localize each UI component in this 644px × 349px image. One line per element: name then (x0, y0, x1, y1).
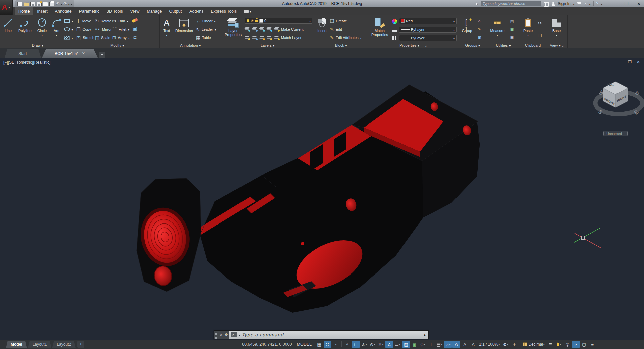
drawing-canvas[interactable]: [−][SE Isometric][Realistic] ─ ❐ ✕ (0, 58, 644, 340)
viewport-minimize-icon[interactable]: ─ (620, 60, 623, 64)
layout2-tab[interactable]: Layout2 (52, 341, 76, 348)
redo-icon[interactable]: ↷ (63, 2, 67, 6)
layer-freeze-icon[interactable] (260, 27, 265, 31)
tab-add-ins[interactable]: Add-ins (185, 7, 207, 15)
new-layout-button[interactable]: + (77, 341, 84, 348)
leader-dropdown-icon[interactable] (215, 27, 216, 31)
viewport-restore-icon[interactable]: ❐ (628, 60, 632, 64)
isolate-objects-button[interactable]: ◎ (564, 341, 571, 348)
text-dropdown-icon[interactable] (166, 33, 167, 37)
new-drawing-tab-button[interactable]: + (99, 52, 105, 58)
dynamic-ucs-toggle[interactable]: ⊥ (427, 341, 435, 348)
layer-properties-button[interactable]: Layer Properties (223, 16, 244, 42)
layer-lock-icon[interactable] (255, 20, 258, 22)
explode-icon[interactable]: ▣ (132, 26, 137, 31)
group-button[interactable]: ✦ Group (460, 16, 474, 42)
snap-toggle[interactable]: ∷ (324, 341, 331, 348)
command-close-icon[interactable]: ✕ (218, 331, 224, 339)
redo-dropdown-icon[interactable] (68, 1, 70, 7)
search-arrow-button[interactable]: ▸ (476, 2, 478, 6)
lock-ui-button[interactable]: ▾ (555, 341, 563, 348)
tab-home[interactable]: Home (15, 7, 33, 15)
undo-icon[interactable]: ↶ (56, 2, 59, 6)
file-tab-close-icon[interactable]: ✕ (82, 51, 85, 56)
dimension-button[interactable]: ✹ Dimension (174, 16, 195, 42)
edit-block-button[interactable]: ✎Edit (330, 26, 342, 33)
table-button[interactable]: ▦Table (196, 34, 211, 41)
linetype-icon[interactable] (392, 36, 397, 40)
tab-express-tools[interactable]: Express Tools (207, 7, 241, 15)
insert-block-button[interactable]: Insert (315, 16, 329, 42)
help-search-input[interactable] (481, 1, 541, 6)
trim-button[interactable]: ✂Trim (112, 18, 128, 24)
open-file-icon[interactable] (24, 2, 29, 6)
paste-dropdown-icon[interactable] (527, 33, 529, 37)
tab-output[interactable]: Output (166, 7, 186, 15)
trim-dropdown-icon[interactable] (127, 19, 128, 23)
layer-off-icon[interactable] (245, 27, 250, 31)
command-history-expand-icon[interactable]: ▲ (423, 333, 426, 337)
array-button[interactable]: ⊞Array (112, 34, 130, 41)
offset-icon[interactable]: ⊂ (133, 35, 137, 40)
annotation-scale-button[interactable]: 1:1 / 100%▾ (478, 341, 501, 348)
text-button[interactable]: A Text (161, 16, 172, 42)
panel-label-view[interactable]: View⌟ (546, 42, 567, 48)
command-window[interactable]: ✕ ⚙ >_ ▲ (214, 330, 429, 339)
grid-toggle[interactable]: ▦ (315, 341, 323, 348)
print-icon[interactable] (49, 2, 54, 6)
command-prompt-icon[interactable]: >_ (231, 332, 237, 337)
panel-label-groups[interactable]: Groups (458, 42, 487, 48)
linear-dropdown-icon[interactable] (214, 19, 216, 23)
autocad-app-menu-button[interactable]: A▼ (0, 0, 13, 15)
user-avatar-icon[interactable] (552, 2, 555, 6)
help-button[interactable]: ? (596, 2, 599, 6)
lineweight-dropdown[interactable]: ByLayer (399, 27, 457, 33)
selection-cycling-toggle[interactable]: ▣ (411, 341, 418, 348)
qat-customize-icon[interactable] (71, 1, 72, 7)
circle-dropdown-icon[interactable] (41, 33, 43, 37)
sign-in-dropdown-icon[interactable] (573, 1, 574, 7)
group-selection-icon[interactable]: ▣ (478, 36, 481, 39)
fillet-button[interactable]: ⌒Fillet (112, 26, 129, 33)
exchange-dropdown-icon[interactable] (589, 1, 590, 7)
tab-view[interactable]: View (127, 7, 143, 15)
tab-manage[interactable]: Manage (143, 7, 165, 15)
annotation-monitor-toggle[interactable]: + (510, 341, 518, 348)
transparency-toggle[interactable]: ▨ (402, 341, 410, 348)
panel-label-layers[interactable]: Layers (221, 42, 314, 48)
viewport-close-icon[interactable]: ✕ (637, 60, 640, 64)
layout1-tab[interactable]: Layout1 (28, 341, 52, 348)
base-button[interactable]: Base (548, 16, 565, 42)
layer-unlock-icon[interactable] (267, 36, 272, 40)
polyline-button[interactable]: Polyline (16, 16, 34, 42)
object-snap-tracking-toggle[interactable]: ✕▾ (377, 341, 385, 348)
command-input[interactable] (242, 332, 421, 337)
section-plane-button[interactable]: ▤▾ (436, 341, 443, 348)
layer-turn-all-on-icon[interactable] (245, 36, 250, 40)
measure-dropdown-icon[interactable] (497, 33, 498, 37)
base-dropdown-icon[interactable] (556, 33, 557, 37)
quick-properties-toggle[interactable]: ≣ (547, 341, 554, 348)
model-space-toggle[interactable]: MODEL (297, 342, 312, 347)
clean-screen-button[interactable]: ▢ (580, 341, 588, 348)
window-minimize-button[interactable]: – (613, 1, 615, 6)
rotate-button[interactable]: ↻Rotate (95, 18, 111, 24)
help-dropdown-icon[interactable] (601, 1, 602, 7)
hatch-dropdown-icon[interactable] (72, 36, 73, 40)
move-button[interactable]: ✛Move (76, 18, 91, 24)
recent-commands-dropdown-icon[interactable] (239, 332, 240, 338)
snap-dropdown[interactable]: ▾ (332, 341, 340, 348)
3d-model-receiver[interactable] (135, 85, 480, 313)
file-tab-drawing[interactable]: BCR-15v1-5* ✕ (42, 49, 98, 58)
scale-button[interactable]: ◱Scale (95, 34, 110, 41)
copy-clip-icon[interactable]: ❐ (538, 33, 542, 38)
arc-button[interactable]: Arc (51, 16, 62, 42)
layer-on-bulb-icon[interactable] (247, 19, 249, 22)
line-button[interactable]: Line (1, 16, 15, 42)
measure-button[interactable]: Measure (488, 16, 506, 42)
circle-button[interactable]: Circle (35, 16, 49, 42)
make-current-button[interactable]: Make Current (274, 26, 304, 32)
linear-button[interactable]: ↔Linear (196, 18, 216, 24)
named-view-button[interactable]: Unnamed (603, 131, 628, 136)
autodesk-exchange-icon[interactable]: ▵ (584, 2, 586, 6)
